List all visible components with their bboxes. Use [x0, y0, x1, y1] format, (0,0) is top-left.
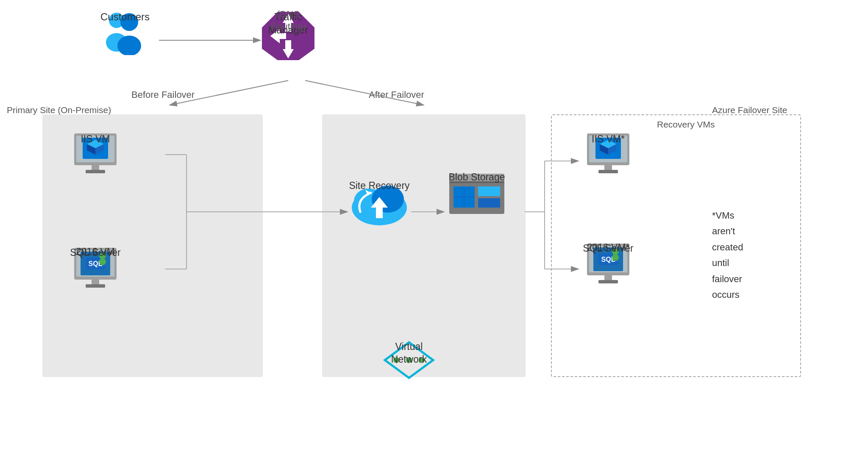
virtual-network-icon: Virtual Network: [381, 339, 437, 381]
before-failover-label: Before Failover: [131, 89, 195, 101]
svg-rect-60: [598, 170, 618, 173]
azure-failover-label: Azure Failover Site: [712, 105, 787, 115]
diagram-container: Primary Site (On-Premise) Azure Failover…: [0, 0, 868, 466]
azure-zone: [322, 114, 526, 377]
site-recovery-icon: Site Recovery: [348, 178, 411, 229]
sql-vm-recovery-icon: SQL SQL Server 2016 VM*: [581, 241, 636, 290]
recovery-vms-label: Recovery VMs: [657, 119, 715, 130]
svg-rect-49: [478, 186, 500, 196]
svg-rect-69: [598, 280, 618, 283]
svg-rect-38: [92, 280, 99, 285]
iis-vm-primary-label: IIS VM: [81, 133, 110, 146]
blob-storage-icon: Blob Storage: [445, 169, 509, 220]
blob-storage-label: Blob Storage: [449, 171, 505, 184]
customers-label: Customers: [100, 10, 150, 23]
svg-point-17: [117, 36, 141, 55]
svg-rect-29: [92, 165, 99, 170]
svg-rect-30: [86, 170, 105, 173]
iis-vm-primary-icon: IIS VM: [68, 131, 123, 178]
iis-vm-recovery-label: IIS VM*: [592, 133, 625, 146]
site-recovery-label: Site Recovery: [349, 180, 409, 192]
svg-point-67: [612, 254, 619, 261]
after-failover-label: After Failover: [369, 89, 424, 101]
primary-site-label: Primary Site (On-Premise): [7, 105, 111, 115]
svg-rect-39: [86, 284, 105, 288]
svg-point-37: [99, 258, 106, 265]
svg-rect-50: [478, 198, 500, 208]
traffic-manager-label-line2: (DNS Routing): [259, 8, 318, 33]
iis-vm-recovery-icon: IIS VM*: [581, 131, 636, 178]
customers-icon: Customers: [97, 8, 153, 55]
note-text: *VMs aren't created until failover occur…: [712, 208, 743, 302]
svg-rect-59: [604, 165, 612, 170]
svg-rect-68: [604, 275, 612, 280]
traffic-manager-icon: Traffic Manager (DNS Routing): [259, 8, 318, 64]
sql-vm-recovery-label-line2: 2016 VM*: [587, 241, 629, 254]
sql-vm-primary-label-line2: 2016 VM: [76, 246, 115, 258]
sql-vm-primary-icon: SQL SQL Server 2016 VM: [68, 246, 123, 294]
virtual-network-label: Virtual Network: [381, 341, 437, 366]
